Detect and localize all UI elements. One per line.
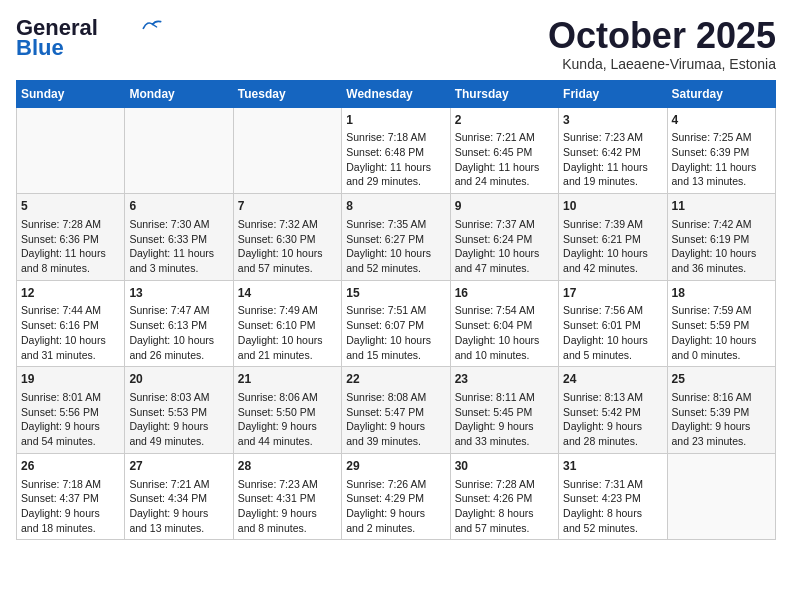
day-number: 23 [455,371,554,388]
day-info: Sunrise: 7:25 AM Sunset: 6:39 PM Dayligh… [672,131,757,187]
day-info: Sunrise: 7:39 AM Sunset: 6:21 PM Dayligh… [563,218,648,274]
day-info: Sunrise: 7:37 AM Sunset: 6:24 PM Dayligh… [455,218,540,274]
calendar-cell [17,107,125,194]
day-info: Sunrise: 7:18 AM Sunset: 6:48 PM Dayligh… [346,131,431,187]
calendar-cell: 22Sunrise: 8:08 AM Sunset: 5:47 PM Dayli… [342,367,450,454]
day-info: Sunrise: 8:13 AM Sunset: 5:42 PM Dayligh… [563,391,643,447]
calendar-cell: 15Sunrise: 7:51 AM Sunset: 6:07 PM Dayli… [342,280,450,367]
logo-blue: Blue [16,36,64,60]
day-info: Sunrise: 8:08 AM Sunset: 5:47 PM Dayligh… [346,391,426,447]
calendar-cell: 8Sunrise: 7:35 AM Sunset: 6:27 PM Daylig… [342,194,450,281]
day-info: Sunrise: 7:47 AM Sunset: 6:13 PM Dayligh… [129,304,214,360]
calendar-cell: 23Sunrise: 8:11 AM Sunset: 5:45 PM Dayli… [450,367,558,454]
title-area: October 2025 Kunda, Laeaene-Virumaa, Est… [548,16,776,72]
day-number: 5 [21,198,120,215]
day-header-monday: Monday [125,80,233,107]
calendar-cell: 3Sunrise: 7:23 AM Sunset: 6:42 PM Daylig… [559,107,667,194]
calendar-cell: 12Sunrise: 7:44 AM Sunset: 6:16 PM Dayli… [17,280,125,367]
calendar-cell: 26Sunrise: 7:18 AM Sunset: 4:37 PM Dayli… [17,453,125,540]
day-info: Sunrise: 7:23 AM Sunset: 6:42 PM Dayligh… [563,131,648,187]
calendar-cell: 19Sunrise: 8:01 AM Sunset: 5:56 PM Dayli… [17,367,125,454]
day-number: 20 [129,371,228,388]
calendar-cell: 17Sunrise: 7:56 AM Sunset: 6:01 PM Dayli… [559,280,667,367]
day-info: Sunrise: 7:31 AM Sunset: 4:23 PM Dayligh… [563,478,643,534]
day-number: 8 [346,198,445,215]
day-info: Sunrise: 7:32 AM Sunset: 6:30 PM Dayligh… [238,218,323,274]
day-number: 31 [563,458,662,475]
logo-bird-icon [142,18,162,32]
location-subtitle: Kunda, Laeaene-Virumaa, Estonia [548,56,776,72]
day-info: Sunrise: 8:01 AM Sunset: 5:56 PM Dayligh… [21,391,101,447]
day-info: Sunrise: 7:26 AM Sunset: 4:29 PM Dayligh… [346,478,426,534]
week-row-3: 12Sunrise: 7:44 AM Sunset: 6:16 PM Dayli… [17,280,776,367]
calendar-cell [233,107,341,194]
day-number: 30 [455,458,554,475]
header: General Blue October 2025 Kunda, Laeaene… [16,16,776,72]
calendar-header: SundayMondayTuesdayWednesdayThursdayFrid… [17,80,776,107]
day-number: 14 [238,285,337,302]
day-info: Sunrise: 8:16 AM Sunset: 5:39 PM Dayligh… [672,391,752,447]
day-number: 15 [346,285,445,302]
calendar-cell: 21Sunrise: 8:06 AM Sunset: 5:50 PM Dayli… [233,367,341,454]
day-info: Sunrise: 7:59 AM Sunset: 5:59 PM Dayligh… [672,304,757,360]
week-row-5: 26Sunrise: 7:18 AM Sunset: 4:37 PM Dayli… [17,453,776,540]
day-number: 18 [672,285,771,302]
week-row-1: 1Sunrise: 7:18 AM Sunset: 6:48 PM Daylig… [17,107,776,194]
calendar-cell: 27Sunrise: 7:21 AM Sunset: 4:34 PM Dayli… [125,453,233,540]
day-number: 6 [129,198,228,215]
calendar-cell: 1Sunrise: 7:18 AM Sunset: 6:48 PM Daylig… [342,107,450,194]
day-info: Sunrise: 7:28 AM Sunset: 6:36 PM Dayligh… [21,218,106,274]
day-header-wednesday: Wednesday [342,80,450,107]
calendar-cell: 10Sunrise: 7:39 AM Sunset: 6:21 PM Dayli… [559,194,667,281]
logo: General Blue [16,16,162,60]
calendar-cell: 20Sunrise: 8:03 AM Sunset: 5:53 PM Dayli… [125,367,233,454]
calendar-cell: 25Sunrise: 8:16 AM Sunset: 5:39 PM Dayli… [667,367,775,454]
day-number: 28 [238,458,337,475]
calendar-cell: 13Sunrise: 7:47 AM Sunset: 6:13 PM Dayli… [125,280,233,367]
calendar-cell: 24Sunrise: 8:13 AM Sunset: 5:42 PM Dayli… [559,367,667,454]
day-header-tuesday: Tuesday [233,80,341,107]
week-row-2: 5Sunrise: 7:28 AM Sunset: 6:36 PM Daylig… [17,194,776,281]
day-number: 2 [455,112,554,129]
day-number: 12 [21,285,120,302]
day-info: Sunrise: 7:21 AM Sunset: 4:34 PM Dayligh… [129,478,209,534]
calendar-cell: 4Sunrise: 7:25 AM Sunset: 6:39 PM Daylig… [667,107,775,194]
calendar-cell [125,107,233,194]
calendar-cell: 16Sunrise: 7:54 AM Sunset: 6:04 PM Dayli… [450,280,558,367]
calendar-cell: 6Sunrise: 7:30 AM Sunset: 6:33 PM Daylig… [125,194,233,281]
day-number: 22 [346,371,445,388]
day-info: Sunrise: 7:54 AM Sunset: 6:04 PM Dayligh… [455,304,540,360]
calendar-cell: 9Sunrise: 7:37 AM Sunset: 6:24 PM Daylig… [450,194,558,281]
day-number: 7 [238,198,337,215]
day-info: Sunrise: 7:21 AM Sunset: 6:45 PM Dayligh… [455,131,540,187]
day-info: Sunrise: 7:56 AM Sunset: 6:01 PM Dayligh… [563,304,648,360]
calendar-cell: 29Sunrise: 7:26 AM Sunset: 4:29 PM Dayli… [342,453,450,540]
week-row-4: 19Sunrise: 8:01 AM Sunset: 5:56 PM Dayli… [17,367,776,454]
calendar-table: SundayMondayTuesdayWednesdayThursdayFrid… [16,80,776,541]
day-number: 24 [563,371,662,388]
day-info: Sunrise: 8:11 AM Sunset: 5:45 PM Dayligh… [455,391,535,447]
day-number: 27 [129,458,228,475]
day-info: Sunrise: 7:35 AM Sunset: 6:27 PM Dayligh… [346,218,431,274]
day-number: 17 [563,285,662,302]
day-header-thursday: Thursday [450,80,558,107]
calendar-cell: 7Sunrise: 7:32 AM Sunset: 6:30 PM Daylig… [233,194,341,281]
day-info: Sunrise: 7:51 AM Sunset: 6:07 PM Dayligh… [346,304,431,360]
day-number: 13 [129,285,228,302]
day-header-friday: Friday [559,80,667,107]
calendar-cell: 5Sunrise: 7:28 AM Sunset: 6:36 PM Daylig… [17,194,125,281]
day-number: 11 [672,198,771,215]
days-of-week-row: SundayMondayTuesdayWednesdayThursdayFrid… [17,80,776,107]
day-info: Sunrise: 7:44 AM Sunset: 6:16 PM Dayligh… [21,304,106,360]
calendar-body: 1Sunrise: 7:18 AM Sunset: 6:48 PM Daylig… [17,107,776,540]
day-info: Sunrise: 7:28 AM Sunset: 4:26 PM Dayligh… [455,478,535,534]
calendar-cell: 28Sunrise: 7:23 AM Sunset: 4:31 PM Dayli… [233,453,341,540]
day-number: 19 [21,371,120,388]
day-number: 1 [346,112,445,129]
day-info: Sunrise: 8:06 AM Sunset: 5:50 PM Dayligh… [238,391,318,447]
day-number: 26 [21,458,120,475]
day-info: Sunrise: 7:42 AM Sunset: 6:19 PM Dayligh… [672,218,757,274]
day-info: Sunrise: 7:30 AM Sunset: 6:33 PM Dayligh… [129,218,214,274]
day-header-sunday: Sunday [17,80,125,107]
calendar-cell [667,453,775,540]
